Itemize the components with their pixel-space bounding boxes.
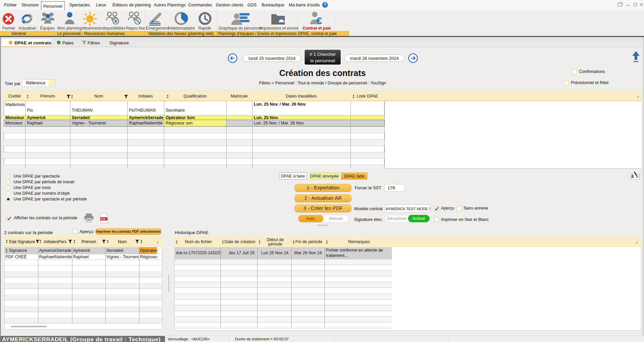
svg-text:€: € [316, 15, 322, 26]
svg-text:PDF: PDF [101, 218, 106, 221]
